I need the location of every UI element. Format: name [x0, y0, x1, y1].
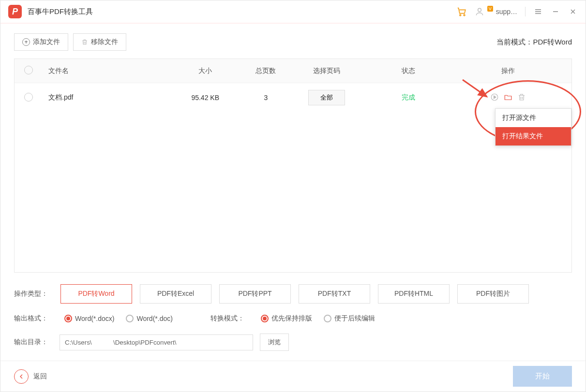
convert-mode-label: 转换模式：: [210, 314, 244, 323]
svg-point-0: [460, 15, 461, 16]
radio-keep-layout[interactable]: 优先保持排版: [261, 314, 312, 323]
user-name: supp…: [496, 8, 517, 15]
radio-docx[interactable]: Word(*.docx): [64, 315, 114, 322]
add-file-button[interactable]: + 添加文件: [14, 33, 68, 51]
current-mode-label: 当前模式：PDF转Word: [496, 38, 572, 47]
svg-point-1: [464, 15, 465, 16]
back-button[interactable]: 返回: [14, 369, 47, 384]
output-format-label: 输出格式：: [14, 314, 48, 323]
table-row: 文档.pdf 95.42 KB 3 全部 完成: [15, 83, 571, 112]
remove-file-button[interactable]: 移除文件: [73, 33, 126, 51]
trash-icon: [81, 39, 88, 45]
cart-icon[interactable]: [456, 6, 467, 17]
type-pdf-to-excel[interactable]: PDF转Excel: [140, 284, 211, 304]
app-title: 百事牛PDF转换工具: [28, 7, 93, 16]
cell-pages: 3: [241, 94, 291, 102]
folder-context-menu: 打开源文件 打开结果文件: [495, 108, 571, 146]
select-all-checkbox[interactable]: [24, 66, 33, 74]
app-logo-icon: P: [8, 5, 22, 18]
delete-icon[interactable]: [517, 93, 526, 102]
output-dir-label: 输出目录：: [14, 338, 48, 347]
add-file-label: 添加文件: [33, 38, 60, 46]
titlebar: P 百事牛PDF转换工具 V supp…: [0, 0, 586, 24]
minimize-icon[interactable]: [551, 7, 560, 16]
app-window: P 百事牛PDF转换工具 V supp…: [0, 0, 586, 392]
radio-editable[interactable]: 便于后续编辑: [324, 314, 375, 323]
header-select-pages: 选择页码: [291, 67, 362, 75]
radio-keep-layout-label: 优先保持排版: [271, 314, 312, 323]
row-checkbox[interactable]: [24, 93, 33, 102]
format-mode-row: 输出格式： Word(*.docx) Word(*.doc) 转换模式： 优先保…: [14, 314, 572, 323]
operation-type-label: 操作类型：: [14, 290, 48, 298]
plus-circle-icon: +: [22, 38, 30, 46]
menu-open-source[interactable]: 打开源文件: [496, 109, 571, 127]
radio-editable-label: 便于后续编辑: [334, 314, 375, 323]
toolbar: + 添加文件 移除文件 当前模式：PDF转Word: [14, 33, 572, 51]
output-dir-row: 输出目录： 浏览: [14, 334, 572, 351]
header-size: 大小: [170, 67, 241, 75]
play-icon[interactable]: [490, 93, 499, 102]
type-pdf-to-ppt[interactable]: PDF转PPT: [219, 284, 291, 304]
back-label: 返回: [33, 372, 47, 381]
header-action: 操作: [455, 67, 562, 75]
header-pages: 总页数: [241, 67, 291, 75]
cell-filename: 文档.pdf: [48, 93, 170, 102]
output-path-input[interactable]: [60, 334, 253, 350]
content-area: + 添加文件 移除文件 当前模式：PDF转Word 文件名 大小 总页数 选择页…: [0, 24, 586, 361]
type-pdf-to-image[interactable]: PDF转图片: [457, 284, 529, 304]
start-button[interactable]: 开始: [513, 366, 572, 387]
type-pdf-to-word[interactable]: PDF转Word: [60, 284, 132, 304]
titlebar-right: V supp…: [456, 6, 578, 17]
svg-point-2: [478, 8, 481, 12]
radio-docx-label: Word(*.docx): [75, 315, 114, 322]
browse-button[interactable]: 浏览: [260, 334, 289, 351]
back-arrow-icon: [14, 369, 29, 384]
close-icon[interactable]: [568, 7, 578, 16]
radio-doc-label: Word(*.doc): [136, 315, 172, 322]
header-name: 文件名: [48, 67, 170, 75]
radio-doc[interactable]: Word(*.doc): [126, 315, 172, 322]
folder-icon[interactable]: [504, 93, 512, 102]
vip-badge-icon: V: [487, 6, 493, 12]
file-table: 文件名 大小 总页数 选择页码 状态 操作 文档.pdf 95.42 KB 3 …: [14, 58, 572, 273]
user-icon: [475, 7, 484, 16]
remove-file-label: 移除文件: [91, 38, 118, 46]
footer: 返回 开始: [0, 361, 586, 392]
header-status: 状态: [362, 67, 455, 75]
cell-status: 完成: [402, 93, 415, 101]
cell-size: 95.42 KB: [170, 94, 241, 102]
menu-open-result[interactable]: 打开结果文件: [496, 127, 571, 145]
menu-icon[interactable]: [533, 7, 543, 16]
user-area[interactable]: V supp…: [475, 7, 517, 16]
operation-type-row: 操作类型： PDF转Word PDF转Excel PDF转PPT PDF转TXT…: [14, 284, 572, 304]
type-pdf-to-txt[interactable]: PDF转TXT: [299, 284, 370, 304]
type-pdf-to-html[interactable]: PDF转HTML: [378, 284, 450, 304]
select-pages-button[interactable]: 全部: [308, 90, 345, 105]
table-header: 文件名 大小 总页数 选择页码 状态 操作: [15, 59, 571, 83]
